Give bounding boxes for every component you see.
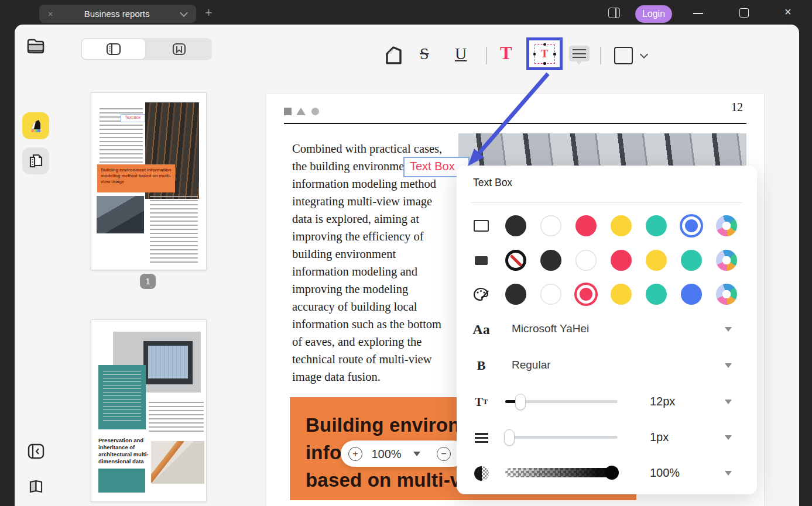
line-width-icon — [471, 427, 492, 448]
layout-toggle-icon[interactable] — [608, 8, 620, 18]
color-swatch[interactable] — [505, 284, 526, 305]
color-swatch[interactable] — [540, 250, 561, 271]
text-color-row — [457, 283, 757, 305]
border-color-row — [457, 215, 757, 237]
highlight-tool-button[interactable] — [383, 44, 405, 69]
note-tail-icon — [576, 61, 582, 65]
color-swatch[interactable] — [540, 284, 561, 305]
color-swatch[interactable] — [681, 250, 702, 271]
opacity-slider[interactable] — [505, 468, 618, 477]
zoom-dropdown-caret-icon[interactable] — [413, 452, 420, 456]
border-width-slider[interactable] — [505, 436, 618, 439]
highlighter-icon — [28, 118, 44, 134]
slider-handle[interactable] — [515, 394, 526, 410]
strikethrough-button[interactable]: S — [420, 44, 429, 63]
comment-tool-button[interactable] — [569, 46, 590, 61]
color-swatch[interactable] — [646, 284, 667, 305]
color-swatch[interactable] — [540, 215, 561, 236]
thumb2-teal-block — [98, 365, 146, 429]
font-family-caret-icon[interactable] — [725, 327, 732, 332]
bookmark-icon — [172, 43, 186, 56]
no-fill-swatch[interactable] — [505, 250, 526, 271]
border-width-caret-icon[interactable] — [725, 435, 732, 440]
zoom-control: + 100% − — [341, 440, 466, 467]
zoom-out-button[interactable]: − — [437, 447, 451, 461]
tab-bookmarks[interactable] — [148, 39, 211, 59]
textbox-tool-button-active[interactable]: T — [526, 37, 563, 70]
panel-view-switcher — [81, 38, 212, 60]
color-swatch-selected[interactable] — [580, 288, 592, 301]
font-family-value[interactable]: Microsoft YaHei — [512, 322, 589, 335]
thumb2-teal-rect — [98, 469, 145, 493]
color-swatch-selected[interactable] — [685, 219, 698, 232]
font-style-icon: B — [471, 355, 492, 376]
color-swatch[interactable] — [611, 250, 632, 271]
zoom-in-button[interactable]: + — [348, 447, 362, 461]
close-window-button[interactable]: × — [784, 5, 792, 19]
color-wheel-swatch[interactable] — [716, 284, 737, 305]
page-thumbnail-1[interactable]: Text Box Building environment informatio… — [91, 92, 207, 270]
border-width-row: 1px — [457, 426, 757, 449]
border-color-icon — [471, 215, 492, 236]
file-manager-button[interactable] — [26, 38, 45, 57]
circle-decoration — [311, 108, 319, 115]
underline-button[interactable]: U — [455, 44, 467, 63]
color-swatch[interactable] — [575, 250, 597, 271]
text-color-icon — [471, 284, 492, 305]
popup-divider — [471, 202, 743, 203]
color-swatch[interactable] — [611, 215, 632, 236]
font-family-icon: Aa — [471, 319, 492, 340]
collapse-sidebar-button[interactable] — [28, 443, 44, 462]
minimize-button[interactable] — [693, 13, 703, 14]
font-size-value[interactable]: 12px — [650, 395, 675, 408]
thumbnails-icon — [106, 43, 121, 56]
color-swatch[interactable] — [681, 284, 702, 305]
font-style-caret-icon[interactable] — [725, 363, 732, 368]
add-text-button[interactable]: T — [500, 43, 512, 64]
tab-close-icon[interactable]: × — [48, 10, 53, 18]
note-lines-icon — [573, 49, 586, 58]
opacity-icon — [471, 463, 492, 484]
fill-color-icon — [471, 250, 492, 271]
book-icon — [28, 479, 44, 494]
slider-handle[interactable] — [504, 429, 515, 446]
font-size-slider[interactable] — [505, 400, 618, 403]
document-tab[interactable]: × Business reports — [39, 5, 196, 23]
pages-tool-button[interactable] — [22, 147, 49, 174]
color-swatch[interactable] — [505, 215, 526, 236]
annotate-tool-button[interactable] — [22, 112, 49, 139]
fill-color-row — [457, 249, 757, 271]
color-wheel-swatch[interactable] — [716, 250, 737, 271]
triangle-decoration — [296, 108, 306, 115]
font-style-row: B Regular — [457, 354, 757, 377]
page-thumbnail-2[interactable]: Preservation and inheritance of architec… — [91, 319, 207, 502]
thumb1-textbox-label: Text Box — [121, 114, 145, 122]
page-number: 12 — [717, 101, 743, 114]
color-wheel-swatch[interactable] — [716, 215, 737, 236]
color-swatch[interactable] — [611, 284, 632, 305]
chevron-down-icon[interactable] — [180, 8, 188, 16]
opacity-value[interactable]: 100% — [650, 466, 680, 480]
maximize-button[interactable] — [739, 8, 749, 18]
shape-tool-button[interactable] — [614, 47, 633, 64]
toolbar-divider — [486, 47, 487, 64]
tab-thumbnails[interactable] — [82, 39, 145, 59]
opacity-caret-icon[interactable] — [725, 471, 732, 476]
textbox-icon: T — [535, 44, 555, 64]
font-style-value[interactable]: Regular — [512, 359, 551, 371]
thumb1-text-lines — [150, 196, 198, 265]
toolbar-divider — [600, 47, 601, 64]
new-tab-button[interactable]: + — [205, 5, 213, 20]
thumb1-person-photo — [97, 196, 144, 233]
color-swatch[interactable] — [646, 250, 667, 271]
header-rule — [284, 123, 746, 124]
color-swatch[interactable] — [575, 215, 597, 236]
font-size-caret-icon[interactable] — [725, 400, 732, 404]
color-swatch[interactable] — [646, 215, 667, 236]
font-size-icon: TT — [471, 391, 492, 412]
reading-mode-button[interactable] — [28, 479, 44, 497]
login-button[interactable]: Login — [635, 5, 672, 23]
document-pages-icon — [28, 153, 44, 169]
border-width-value[interactable]: 1px — [650, 431, 669, 444]
slider-handle[interactable] — [605, 466, 619, 480]
